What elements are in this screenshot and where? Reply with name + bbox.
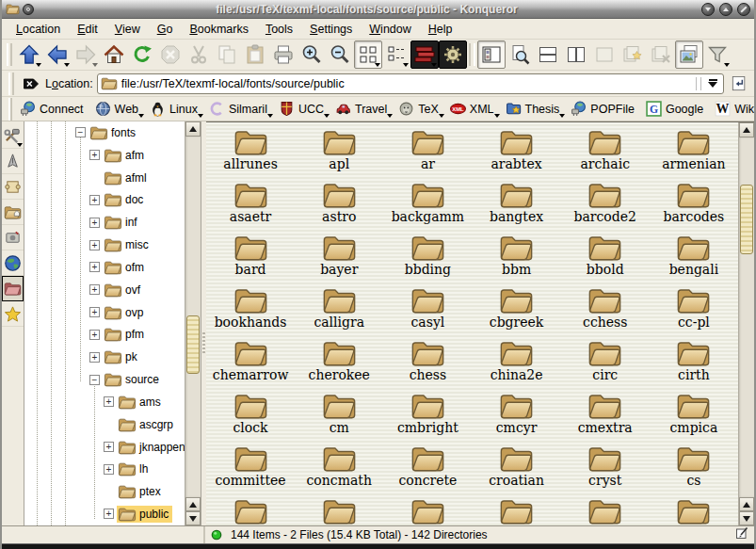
folder-bayer[interactable]: bayer: [295, 234, 383, 286]
scroll-up-button[interactable]: [185, 121, 201, 137]
tree-scrollbar[interactable]: [185, 121, 201, 525]
folder-cmcyr[interactable]: cmcyr: [472, 392, 560, 444]
expand-icon[interactable]: +: [89, 307, 100, 317]
go-button[interactable]: [728, 73, 750, 95]
folder-armenian[interactable]: armenian: [650, 128, 738, 181]
bookmark-web[interactable]: Web: [90, 99, 145, 119]
bookmark-google[interactable]: Google: [641, 99, 710, 119]
scrollbar-track[interactable]: [185, 137, 201, 497]
zoom-out-button[interactable]: [326, 40, 354, 69]
scrollbar-track[interactable]: [739, 137, 754, 497]
scroll-down-button[interactable]: [185, 511, 201, 525]
up-button[interactable]: [15, 40, 43, 69]
tree-item-ams[interactable]: +ams: [24, 391, 185, 413]
menu-tools[interactable]: Tools: [257, 21, 301, 38]
folder-clock[interactable]: clock: [206, 392, 295, 444]
find-file-button[interactable]: [506, 40, 534, 69]
bookmark-silmaril[interactable]: Silmaril: [204, 99, 274, 119]
scroll-down-button[interactable]: [739, 511, 754, 525]
scrollbar-thumb[interactable]: [186, 315, 200, 374]
expand-icon[interactable]: +: [89, 352, 100, 363]
view-scrollbar[interactable]: [738, 122, 754, 525]
expand-icon[interactable]: +: [89, 218, 100, 228]
folder-cmpica[interactable]: cmpica: [650, 392, 738, 444]
reload-button[interactable]: [128, 40, 156, 69]
expand-icon[interactable]: +: [89, 284, 100, 295]
menu-edit[interactable]: Edit: [69, 21, 106, 38]
tree-item-afm[interactable]: +afm: [24, 144, 185, 167]
folder-clipped[interactable]: [472, 497, 560, 525]
menu-bookmarks[interactable]: Bookmarks: [181, 21, 257, 38]
tree-item-ovp[interactable]: +ovp: [24, 301, 185, 324]
expand-icon[interactable]: +: [89, 262, 100, 272]
folder-bbding[interactable]: bbding: [383, 234, 472, 286]
tree-item-ofm[interactable]: +ofm: [24, 256, 185, 279]
tree-item-inf[interactable]: +inf: [24, 211, 185, 234]
folder-asaetr[interactable]: asaetr: [206, 181, 295, 234]
folder-chemarrow[interactable]: chemarrow: [206, 339, 295, 392]
folder-clipped[interactable]: [561, 497, 650, 525]
minimize-button[interactable]: [701, 3, 715, 16]
folder-bangtex[interactable]: bangtex: [472, 181, 560, 234]
filter-button[interactable]: [703, 40, 732, 69]
folder-cherokee[interactable]: cherokee: [295, 339, 383, 392]
folder-circ[interactable]: circ: [561, 339, 650, 392]
bookmark-toolbar-handle[interactable]: [8, 98, 12, 121]
sidebar-tab-services[interactable]: [2, 225, 24, 250]
expand-icon[interactable]: +: [89, 150, 100, 160]
sidebar-tab-configure[interactable]: [2, 123, 24, 149]
bookmark-wikipedia[interactable]: Wikipedia: [710, 99, 756, 119]
folder-bard[interactable]: bard: [206, 234, 295, 286]
folder-arabtex[interactable]: arabtex: [472, 128, 560, 181]
menu-go[interactable]: Go: [149, 21, 182, 38]
folder-cs[interactable]: cs: [650, 444, 738, 497]
sidebar-tab-history[interactable]: [2, 174, 24, 200]
expand-icon[interactable]: +: [104, 464, 114, 475]
tree-item-public[interactable]: +public: [24, 503, 185, 525]
expand-icon[interactable]: +: [89, 330, 100, 340]
folder-casyl[interactable]: casyl: [383, 286, 472, 339]
folder-cm[interactable]: cm: [295, 392, 383, 444]
menu-help[interactable]: Help: [420, 21, 461, 38]
image-preview-button[interactable]: [675, 40, 703, 69]
folder-apl[interactable]: apl: [295, 128, 383, 181]
bookmark-connect[interactable]: Connect: [15, 99, 90, 119]
statusbar-flag-icon[interactable]: [735, 526, 748, 543]
sidebar-tab-pen[interactable]: [2, 149, 24, 174]
folder-bbold[interactable]: bbold: [561, 234, 650, 286]
folder-clipped[interactable]: [650, 497, 738, 525]
titlebar[interactable]: file:/usr/TeX/texmf-local/fonts/source/p…: [2, 0, 754, 19]
folder-ar[interactable]: ar: [383, 128, 472, 181]
folder-clipped[interactable]: [295, 497, 383, 525]
folder-committee[interactable]: committee: [206, 444, 295, 497]
folder-allrunes[interactable]: allrunes: [206, 128, 295, 181]
folder-clipped[interactable]: [383, 497, 472, 525]
tree-item-pfm[interactable]: +pfm: [24, 323, 185, 346]
scrollbar-thumb[interactable]: [740, 185, 753, 254]
folder-cirth[interactable]: cirth: [650, 339, 738, 392]
bookmark-thesis[interactable]: Thesis: [501, 99, 567, 119]
zoom-in-button[interactable]: [298, 40, 326, 69]
tree-item-fonts[interactable]: −fonts: [24, 121, 185, 144]
gear-tool-button[interactable]: [439, 40, 467, 69]
collapse-icon[interactable]: −: [89, 375, 100, 385]
folder-cchess[interactable]: cchess: [561, 286, 650, 339]
sidebar-tab-network[interactable]: [2, 250, 24, 276]
tree-item-lh[interactable]: +lh: [24, 458, 185, 480]
sidebar-tab-root-folder[interactable]: [2, 276, 24, 301]
split-view-top-bottom-button[interactable]: [534, 40, 562, 69]
expand-icon[interactable]: +: [104, 442, 114, 452]
folder-cmextra[interactable]: cmextra: [561, 392, 650, 444]
menu-location[interactable]: Location: [8, 21, 69, 38]
folder-backgamm[interactable]: backgamm: [383, 181, 472, 234]
tree-item-afml[interactable]: afml: [24, 167, 185, 189]
panel-splitter[interactable]: [201, 121, 206, 525]
split-view-left-right-button[interactable]: [562, 40, 590, 69]
scroll-up-button[interactable]: [739, 122, 754, 137]
folder-chess[interactable]: chess: [383, 339, 472, 392]
tree-item-pk[interactable]: +pk: [24, 346, 185, 368]
folder-china2e[interactable]: china2e: [472, 339, 560, 392]
bookmark-popfile[interactable]: POPFile: [566, 99, 641, 119]
print-button[interactable]: [269, 40, 298, 69]
folder-bbm[interactable]: bbm: [472, 234, 560, 286]
